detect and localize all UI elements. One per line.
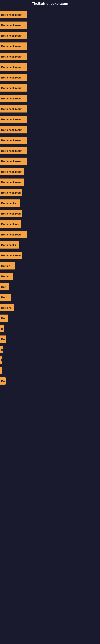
bottleneck-bar[interactable]: Bottleneck result: [0, 95, 27, 102]
bottleneck-bar[interactable]: Bo: [0, 377, 6, 384]
bar-row: Bottleneck result: [0, 104, 100, 114]
bottleneck-bar[interactable]: Bottleneck resu: [0, 210, 22, 217]
bottleneck-bar[interactable]: B: [0, 346, 3, 353]
bar-row: Bottleneck result: [0, 114, 100, 124]
bar-row: B: [0, 324, 100, 334]
bottleneck-bar[interactable]: Bottleneck result: [0, 147, 27, 154]
bottleneck-bar[interactable]: Bot: [0, 283, 9, 290]
bottleneck-bar[interactable]: Bottleneck result: [0, 42, 27, 50]
bottleneck-bar[interactable]: Bottleneck result: [0, 116, 27, 123]
bar-row: Bottleneck result: [0, 83, 100, 93]
bars-container: Bottleneck resultBottleneck resultBottle…: [0, 8, 100, 388]
bottleneck-bar[interactable]: Bottleneck resu: [0, 189, 22, 196]
bottleneck-bar[interactable]: Bottlene: [0, 304, 14, 311]
bar-row: Bottleneck result: [0, 51, 100, 62]
bar-row: Bottleneck result: [0, 177, 100, 187]
bottleneck-bar[interactable]: Bottleneck result: [0, 84, 27, 92]
bottleneck-bar[interactable]: Bottleneck result: [0, 53, 27, 60]
bottleneck-bar[interactable]: Bottleneck result: [0, 168, 24, 175]
bar-row: Bottleneck result: [0, 146, 100, 156]
bar-row: Bottlene: [0, 302, 100, 313]
bottleneck-bar[interactable]: Bottlen: [0, 262, 15, 270]
bar-row: Bottleneck result: [0, 62, 100, 72]
bottleneck-bar[interactable]: Bottl: [0, 294, 11, 301]
bottleneck-bar[interactable]: Bottleneck result: [0, 126, 27, 134]
bottleneck-bar[interactable]: Bottleneck result: [0, 178, 24, 186]
bar-row: Bottleneck result: [0, 166, 100, 177]
bar-row: Bottleneck result: [0, 156, 100, 166]
bottleneck-bar[interactable]: Bottleneck result: [0, 32, 27, 39]
bottleneck-bar[interactable]: Bottleneck res: [0, 220, 21, 228]
bottleneck-bar[interactable]: Bottleneck result: [0, 137, 27, 144]
bar-row: I: [0, 355, 100, 365]
bar-row: Bottleneck resu: [0, 187, 100, 198]
bar-row: [0, 365, 100, 376]
bottleneck-bar[interactable]: Bottleneck result: [0, 158, 27, 165]
bottleneck-bar[interactable]: Bottleneck resu: [0, 252, 22, 259]
bottleneck-bar[interactable]: Bot: [0, 314, 8, 322]
bar-row: Bottleneck r: [0, 240, 100, 250]
bottleneck-bar[interactable]: Bottleneck result: [0, 11, 27, 18]
bar-row: Bo: [0, 334, 100, 344]
bar-row: Bottleneck result: [0, 20, 100, 30]
site-title: TheBottlenecker.com: [0, 0, 100, 8]
bottleneck-bar[interactable]: [0, 367, 2, 374]
bar-row: Bottl: [0, 292, 100, 302]
bottleneck-bar[interactable]: Bottleneck result: [0, 231, 27, 238]
bottleneck-bar[interactable]: Bottleneck result: [0, 64, 27, 71]
bar-row: Bottleneck result: [0, 229, 100, 240]
bottleneck-bar[interactable]: Bo: [0, 336, 6, 343]
bar-row: B: [0, 344, 100, 355]
bar-row: Bottleneck result: [0, 30, 100, 41]
bar-row: Bottleneck resu: [0, 250, 100, 260]
bottleneck-bar[interactable]: Bottleneck result: [0, 105, 27, 112]
bottleneck-bar[interactable]: Bottleneck r: [0, 200, 20, 207]
bar-row: Bottleneck result: [0, 41, 100, 51]
bottleneck-bar[interactable]: Bottle: [0, 273, 13, 280]
bar-row: Bottleneck r: [0, 198, 100, 208]
bar-row: Bottleneck resu: [0, 208, 100, 219]
bar-row: Bottleneck res: [0, 219, 100, 229]
bar-row: Bottleneck result: [0, 135, 100, 146]
bottleneck-bar[interactable]: I: [0, 356, 2, 364]
bar-row: Bo: [0, 376, 100, 386]
bar-row: Bottleneck result: [0, 124, 100, 135]
bar-row: Bottleneck result: [0, 72, 100, 83]
bottleneck-bar[interactable]: Bottleneck result: [0, 74, 27, 81]
bottleneck-bar[interactable]: B: [0, 325, 3, 332]
bottleneck-bar[interactable]: Bottleneck result: [0, 22, 27, 29]
bar-row: Bottlen: [0, 260, 100, 271]
bar-row: Bottleneck result: [0, 93, 100, 104]
bar-row: Bottle: [0, 271, 100, 282]
bar-row: Bot: [0, 313, 100, 324]
bar-row: Bottleneck result: [0, 10, 100, 20]
bottleneck-bar[interactable]: Bottleneck r: [0, 241, 19, 248]
bar-row: Bot: [0, 282, 100, 292]
